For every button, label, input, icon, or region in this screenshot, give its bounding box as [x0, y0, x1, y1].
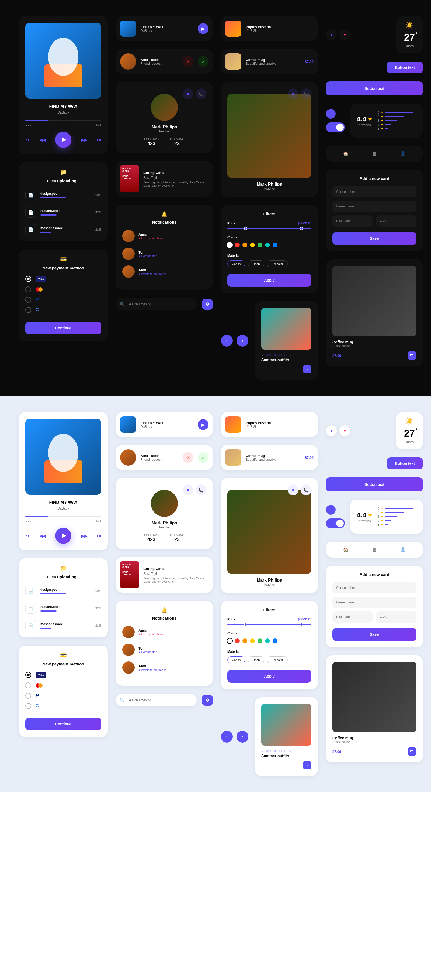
payment-option-google[interactable]: G: [25, 307, 101, 313]
radio-on[interactable]: [326, 109, 336, 119]
price-slider[interactable]: [227, 228, 311, 229]
view-collection-button[interactable]: ›: [303, 365, 311, 373]
settings-button[interactable]: ⚙: [202, 695, 213, 706]
notification-item[interactable]: Anna● Liked your photo: [122, 626, 206, 638]
notification-item[interactable]: Amy● Wants to be friends: [122, 662, 206, 674]
grid-icon[interactable]: ▦: [372, 547, 376, 552]
reject-button[interactable]: ✕: [183, 56, 193, 67]
profile-icon[interactable]: 👤: [400, 151, 406, 156]
notification-item[interactable]: Amy● Wants to be friends: [122, 266, 206, 278]
accept-button[interactable]: ✓: [198, 56, 209, 67]
phone-icon[interactable]: 📞: [196, 89, 206, 99]
heart-icon[interactable]: ♥: [339, 425, 350, 436]
add-to-cart-button[interactable]: 🛍: [408, 351, 417, 360]
color-swatch[interactable]: [250, 242, 255, 247]
heart-icon[interactable]: ♥: [339, 29, 350, 40]
radio-on[interactable]: [326, 505, 336, 515]
color-swatch[interactable]: [258, 242, 262, 247]
card-number-input[interactable]: [333, 582, 417, 593]
continue-button[interactable]: Continue: [25, 718, 101, 730]
payment-option-visa[interactable]: VISA: [25, 672, 101, 678]
continue-button[interactable]: Continue: [25, 321, 101, 334]
next-arrow[interactable]: ›: [236, 731, 248, 743]
button-large[interactable]: Button text: [326, 477, 423, 492]
restaurant-card[interactable]: Papa's Pizzeria📍 3.2km: [221, 412, 318, 437]
cvc-input[interactable]: [376, 215, 417, 227]
payment-option-paypal[interactable]: P: [25, 693, 101, 698]
next-track-icon[interactable]: ⏭: [97, 533, 101, 538]
color-swatch[interactable]: [235, 638, 240, 643]
grid-icon[interactable]: ▦: [372, 151, 376, 156]
apply-button[interactable]: Apply: [227, 670, 311, 683]
color-swatch[interactable]: [227, 242, 232, 247]
exp-date-input[interactable]: [333, 611, 373, 623]
prev-arrow[interactable]: ‹: [221, 731, 233, 743]
restaurant-card[interactable]: Papa's Pizzeria📍 3.2km: [221, 16, 318, 41]
button-small[interactable]: Button text: [387, 62, 423, 73]
save-button[interactable]: Save: [333, 232, 417, 245]
button-small[interactable]: Button text: [387, 458, 423, 469]
phone-icon[interactable]: 📞: [301, 484, 311, 495]
payment-option-google[interactable]: G: [25, 703, 101, 709]
view-collection-button[interactable]: ›: [303, 761, 311, 769]
notification-item[interactable]: Tom● Commented: [122, 644, 206, 656]
rewind-icon[interactable]: ◀◀: [39, 533, 46, 538]
product-card[interactable]: Coffee mugBeautiful and durable $7.99: [221, 49, 318, 74]
settings-button[interactable]: ⚙: [202, 299, 213, 310]
mini-play-button[interactable]: ▶: [198, 419, 209, 430]
next-track-icon[interactable]: ⏭: [97, 137, 101, 142]
color-swatch[interactable]: [250, 638, 255, 643]
accept-button[interactable]: ✓: [198, 452, 209, 463]
play-button[interactable]: [55, 132, 71, 148]
material-chip[interactable]: Cotton: [227, 260, 245, 267]
progress-bar[interactable]: [25, 120, 101, 121]
payment-option-visa[interactable]: VISA: [25, 276, 101, 282]
owner-name-input[interactable]: [333, 201, 417, 212]
payment-option-paypal[interactable]: P: [25, 297, 101, 303]
payment-option-mastercard[interactable]: [25, 682, 101, 689]
material-chip[interactable]: Cotton: [227, 656, 245, 663]
prev-arrow[interactable]: ‹: [221, 335, 233, 347]
camera-icon[interactable]: ●: [288, 89, 298, 99]
add-to-cart-button[interactable]: 🛍: [408, 747, 417, 756]
color-swatch[interactable]: [265, 242, 270, 247]
camera-icon[interactable]: ●: [288, 484, 298, 495]
like-icon[interactable]: ●: [326, 29, 337, 40]
color-swatch[interactable]: [273, 638, 277, 643]
button-large[interactable]: Button text: [326, 81, 423, 95]
payment-option-mastercard[interactable]: [25, 286, 101, 293]
color-swatch[interactable]: [235, 242, 240, 247]
material-chip[interactable]: Linen: [248, 260, 264, 267]
notification-item[interactable]: Tom● Commented: [122, 248, 206, 260]
camera-icon[interactable]: ●: [183, 484, 193, 495]
notification-item[interactable]: Anna● Liked your photo: [122, 230, 206, 242]
material-chip[interactable]: Linen: [248, 656, 264, 663]
color-swatch[interactable]: [227, 638, 232, 643]
color-swatch[interactable]: [242, 638, 247, 643]
product-card[interactable]: Coffee mugBeautiful and durable $7.99: [221, 445, 318, 470]
profile-icon[interactable]: 👤: [400, 547, 406, 552]
rewind-icon[interactable]: ◀◀: [39, 137, 46, 142]
color-swatch[interactable]: [265, 638, 270, 643]
material-chip[interactable]: Poliester: [267, 656, 288, 663]
like-icon[interactable]: ●: [326, 425, 337, 436]
prev-track-icon[interactable]: ⏮: [25, 137, 30, 142]
mini-play-button[interactable]: ▶: [198, 23, 209, 34]
forward-icon[interactable]: ▶▶: [81, 533, 87, 538]
phone-icon[interactable]: 📞: [301, 89, 311, 99]
camera-icon[interactable]: ●: [183, 89, 193, 99]
phone-icon[interactable]: 📞: [196, 484, 206, 495]
card-number-input[interactable]: [333, 186, 417, 197]
prev-track-icon[interactable]: ⏮: [25, 533, 30, 538]
progress-bar[interactable]: [25, 516, 101, 517]
toggle-switch[interactable]: [326, 123, 345, 132]
play-button[interactable]: [55, 528, 71, 544]
home-icon[interactable]: 🏠: [343, 547, 349, 552]
apply-button[interactable]: Apply: [227, 274, 311, 287]
reject-button[interactable]: ✕: [183, 452, 193, 463]
material-chip[interactable]: Poliester: [267, 260, 288, 267]
next-arrow[interactable]: ›: [236, 335, 248, 347]
color-swatch[interactable]: [242, 242, 247, 247]
color-swatch[interactable]: [258, 638, 262, 643]
home-icon[interactable]: 🏠: [343, 151, 349, 156]
